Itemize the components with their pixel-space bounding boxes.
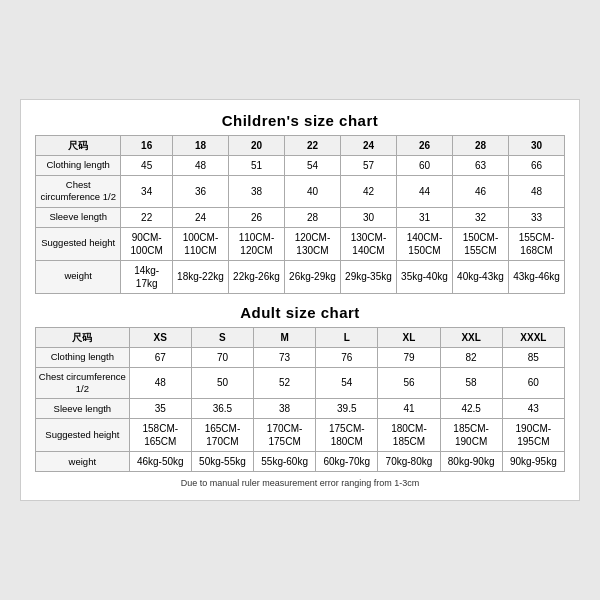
cell-value: 175CM-180CM (316, 419, 378, 452)
row-label: weight (36, 260, 121, 293)
children-size-table: 尺码1618202224262830 Clothing length454851… (35, 135, 565, 294)
cell-value: 28 (284, 207, 340, 227)
cell-value: 32 (452, 207, 508, 227)
column-header: XXXL (502, 327, 564, 347)
column-header: XS (129, 327, 191, 347)
cell-value: 38 (228, 175, 284, 207)
cell-value: 185CM-190CM (440, 419, 502, 452)
cell-value: 36.5 (191, 399, 253, 419)
cell-value: 29kg-35kg (340, 260, 396, 293)
cell-value: 60kg-70kg (316, 452, 378, 472)
cell-value: 30 (340, 207, 396, 227)
column-header: L (316, 327, 378, 347)
children-chart-title: Children's size chart (35, 112, 565, 129)
column-header: 尺码 (36, 135, 121, 155)
cell-value: 100CM-110CM (172, 227, 228, 260)
cell-value: 39.5 (316, 399, 378, 419)
cell-value: 54 (316, 367, 378, 399)
column-header: 20 (228, 135, 284, 155)
row-label: Chest circumference 1/2 (36, 367, 130, 399)
cell-value: 63 (452, 155, 508, 175)
cell-value: 70kg-80kg (378, 452, 440, 472)
cell-value: 22kg-26kg (228, 260, 284, 293)
cell-value: 57 (340, 155, 396, 175)
cell-value: 158CM-165CM (129, 419, 191, 452)
cell-value: 170CM-175CM (254, 419, 316, 452)
cell-value: 52 (254, 367, 316, 399)
cell-value: 14kg-17kg (121, 260, 173, 293)
cell-value: 90kg-95kg (502, 452, 564, 472)
table-row: Suggested height158CM-165CM165CM-170CM17… (36, 419, 565, 452)
cell-value: 26 (228, 207, 284, 227)
cell-value: 60 (502, 367, 564, 399)
column-header: 16 (121, 135, 173, 155)
cell-value: 55kg-60kg (254, 452, 316, 472)
row-label: Sleeve length (36, 207, 121, 227)
cell-value: 120CM-130CM (284, 227, 340, 260)
column-header: 22 (284, 135, 340, 155)
cell-value: 22 (121, 207, 173, 227)
table-row: Suggested height90CM-100CM100CM-110CM110… (36, 227, 565, 260)
cell-value: 48 (172, 155, 228, 175)
cell-value: 67 (129, 347, 191, 367)
column-header: 26 (396, 135, 452, 155)
cell-value: 79 (378, 347, 440, 367)
cell-value: 34 (121, 175, 173, 207)
cell-value: 42.5 (440, 399, 502, 419)
row-label: weight (36, 452, 130, 472)
table-row: Clothing length4548515457606366 (36, 155, 565, 175)
table-row: Sleeve length3536.53839.54142.543 (36, 399, 565, 419)
column-header: M (254, 327, 316, 347)
cell-value: 31 (396, 207, 452, 227)
cell-value: 48 (129, 367, 191, 399)
cell-value: 82 (440, 347, 502, 367)
cell-value: 110CM-120CM (228, 227, 284, 260)
cell-value: 50kg-55kg (191, 452, 253, 472)
cell-value: 42 (340, 175, 396, 207)
cell-value: 140CM-150CM (396, 227, 452, 260)
cell-value: 41 (378, 399, 440, 419)
table-row: weight46kg-50kg50kg-55kg55kg-60kg60kg-70… (36, 452, 565, 472)
column-header: XL (378, 327, 440, 347)
table-row: Sleeve length2224262830313233 (36, 207, 565, 227)
cell-value: 35kg-40kg (396, 260, 452, 293)
adult-chart-title: Adult size chart (35, 304, 565, 321)
row-label: Clothing length (36, 347, 130, 367)
cell-value: 155CM-168CM (508, 227, 564, 260)
table-row: weight14kg-17kg18kg-22kg22kg-26kg26kg-29… (36, 260, 565, 293)
cell-value: 80kg-90kg (440, 452, 502, 472)
table-row: Clothing length67707376798285 (36, 347, 565, 367)
cell-value: 33 (508, 207, 564, 227)
cell-value: 150CM-155CM (452, 227, 508, 260)
cell-value: 40kg-43kg (452, 260, 508, 293)
cell-value: 46kg-50kg (129, 452, 191, 472)
cell-value: 18kg-22kg (172, 260, 228, 293)
cell-value: 44 (396, 175, 452, 207)
cell-value: 66 (508, 155, 564, 175)
column-header: S (191, 327, 253, 347)
row-label: Sleeve length (36, 399, 130, 419)
cell-value: 43 (502, 399, 564, 419)
cell-value: 76 (316, 347, 378, 367)
row-label: Suggested height (36, 419, 130, 452)
row-label: Suggested height (36, 227, 121, 260)
cell-value: 130CM-140CM (340, 227, 396, 260)
column-header: 28 (452, 135, 508, 155)
cell-value: 50 (191, 367, 253, 399)
cell-value: 40 (284, 175, 340, 207)
row-label: Chest circumference 1/2 (36, 175, 121, 207)
cell-value: 46 (452, 175, 508, 207)
column-header: 尺码 (36, 327, 130, 347)
column-header: 24 (340, 135, 396, 155)
cell-value: 85 (502, 347, 564, 367)
adult-size-table: 尺码XSSMLXLXXLXXXL Clothing length67707376… (35, 327, 565, 473)
cell-value: 56 (378, 367, 440, 399)
cell-value: 43kg-46kg (508, 260, 564, 293)
cell-value: 58 (440, 367, 502, 399)
cell-value: 35 (129, 399, 191, 419)
table-row: Chest circumference 1/248505254565860 (36, 367, 565, 399)
cell-value: 54 (284, 155, 340, 175)
cell-value: 36 (172, 175, 228, 207)
cell-value: 60 (396, 155, 452, 175)
cell-value: 165CM-170CM (191, 419, 253, 452)
